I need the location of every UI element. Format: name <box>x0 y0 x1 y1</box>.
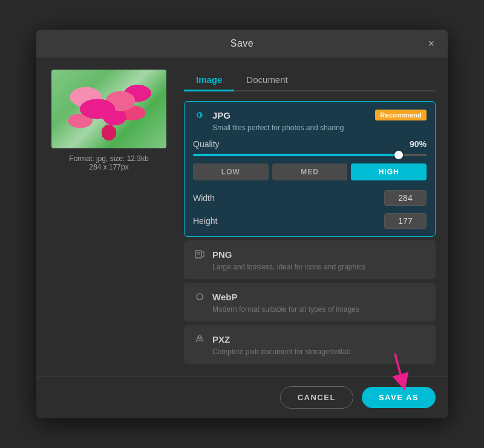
tabs-bar: Image Document <box>184 70 436 91</box>
save-dialog: Save × Format: jpg, size: 12.3kb 284 x 1… <box>36 30 448 418</box>
jpg-name: JPG <box>212 110 231 120</box>
quality-value: 90% <box>410 139 427 149</box>
image-info: Format: jpg, size: 12.3kb 284 x 177px <box>69 154 148 171</box>
png-icon <box>193 248 206 260</box>
dialog-body: Format: jpg, size: 12.3kb 284 x 177px Im… <box>36 58 448 376</box>
format-card-pxz[interactable]: PXZ Complete pixlr document for storage/… <box>184 325 436 364</box>
right-panel: Image Document <box>184 70 436 364</box>
cancel-button[interactable]: CANCEL <box>280 386 353 409</box>
svg-point-4 <box>198 336 201 339</box>
pxz-title-row: PXZ <box>193 333 230 345</box>
slider-fill <box>193 154 403 156</box>
preview-image <box>51 70 166 148</box>
left-panel: Format: jpg, size: 12.3kb 284 x 177px <box>48 70 169 364</box>
height-input[interactable] <box>384 213 427 229</box>
jpg-desc: Small files perfect for photos and shari… <box>212 124 427 132</box>
image-dimensions: 284 x 177px <box>69 163 148 171</box>
width-row: Width <box>193 190 427 206</box>
png-header: PNG <box>193 248 427 260</box>
dialog-title: Save <box>231 38 253 49</box>
pxz-icon <box>193 333 206 345</box>
width-input[interactable] <box>384 190 427 206</box>
height-label: Height <box>193 216 217 226</box>
tab-image[interactable]: Image <box>184 70 234 91</box>
format-list: JPG Recommend Small files perfect for ph… <box>184 101 436 364</box>
quality-med-button[interactable]: MED <box>272 163 348 180</box>
image-preview <box>51 70 166 148</box>
svg-point-0 <box>197 113 202 117</box>
dialog-header: Save × <box>36 30 448 58</box>
format-card-webp[interactable]: WebP Modern format suitable for all type… <box>184 283 436 321</box>
quality-buttons: LOW MED HIGH <box>193 163 427 180</box>
png-title-row: PNG <box>193 248 232 260</box>
png-desc: Large and lossless, ideal for icons and … <box>212 263 427 271</box>
quality-high-button[interactable]: HIGH <box>351 163 427 180</box>
format-card-jpg[interactable]: JPG Recommend Small files perfect for ph… <box>184 101 436 237</box>
quality-row: Quality 90% <box>193 139 427 149</box>
close-button[interactable]: × <box>424 37 438 50</box>
jpg-icon <box>193 109 206 121</box>
format-card-png[interactable]: PNG Large and lossless, ideal for icons … <box>184 240 436 279</box>
webp-desc: Modern format suitable for all types of … <box>212 305 427 314</box>
quality-section: Quality 90% LOW MED HIGH <box>193 134 427 183</box>
webp-header: WebP <box>193 291 427 303</box>
jpg-header: JPG Recommend <box>193 109 427 121</box>
quality-low-button[interactable]: LOW <box>193 163 269 180</box>
quality-label: Quality <box>193 139 220 149</box>
image-format-size: Format: jpg, size: 12.3kb <box>69 154 148 163</box>
pxz-header: PXZ <box>193 333 427 345</box>
slider-thumb[interactable] <box>394 151 403 159</box>
pxz-name: PXZ <box>212 334 230 344</box>
save-as-button[interactable]: SAVE AS <box>362 387 436 408</box>
slider-track[interactable] <box>193 154 427 156</box>
pxz-desc: Complete pixlr document for storage/coll… <box>212 348 427 356</box>
png-name: PNG <box>212 249 232 260</box>
width-label: Width <box>193 193 215 203</box>
jpg-title-row: JPG <box>193 109 231 121</box>
svg-rect-2 <box>197 252 200 254</box>
webp-name: WebP <box>212 292 237 302</box>
quality-slider-container <box>193 154 427 156</box>
recommend-badge: Recommend <box>375 110 427 120</box>
webp-icon <box>193 291 206 303</box>
dialog-footer: CANCEL SAVE AS <box>36 376 448 418</box>
webp-title-row: WebP <box>193 291 237 303</box>
tab-document[interactable]: Document <box>234 70 299 91</box>
height-row: Height <box>193 213 427 229</box>
